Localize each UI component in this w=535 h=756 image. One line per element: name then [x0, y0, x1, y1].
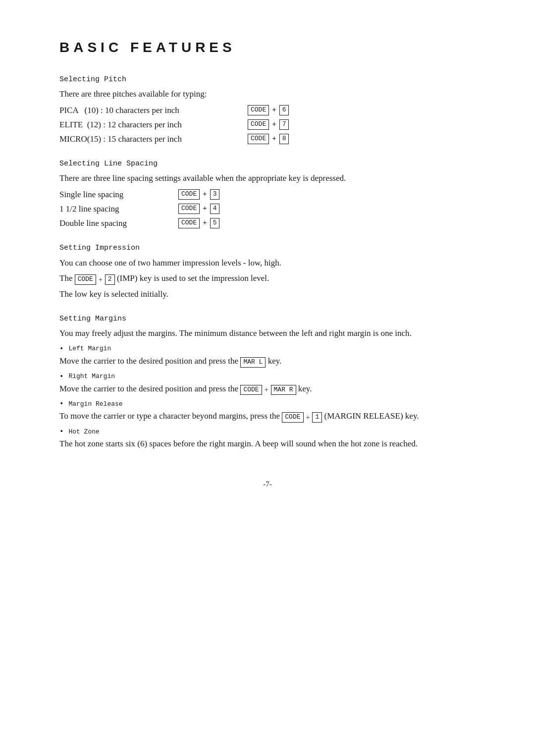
bullet-margin-release: • Margin Release To move the carrier or … [59, 400, 476, 423]
margins-intro: You may freely adjust the margins. The m… [59, 327, 476, 340]
bullet-dot-left: • [59, 345, 63, 353]
spacing-double-label: Double line spacing [59, 216, 178, 230]
code-key-elite: CODE [248, 119, 269, 130]
key7-elite: 7 [279, 119, 289, 130]
code-key-onehalf: CODE [178, 204, 200, 214]
right-margin-text: Move the carrier to the desired position… [59, 382, 476, 395]
pitch-pica-key-combo: CODE + 6 [248, 105, 289, 115]
bullet-left-margin: • Left Margin Move the carrier to the de… [59, 345, 476, 368]
bullet-right-margin-label: • Right Margin [59, 373, 476, 380]
spacing-row-single: Single line spacing CODE + 3 [59, 188, 476, 201]
impression-key-combo: CODE + 2 [75, 274, 115, 285]
key6-pica: 6 [279, 105, 289, 115]
right-margin-key-combo: CODE + MAR R [240, 384, 296, 395]
marl-key: MAR L [240, 357, 266, 368]
bullet-dot-hotzone: • [59, 428, 63, 435]
pitch-elite-key-combo: CODE + 7 [248, 119, 289, 130]
bullet-hot-zone-label: • Hot Zone [59, 428, 476, 435]
key4-onehalf: 4 [210, 204, 220, 214]
key5-double: 5 [210, 218, 220, 228]
code-key-pica: CODE [248, 105, 269, 115]
plus-double: + [203, 217, 207, 228]
pitch-row-pica: PICA (10) : 10 characters per inch CODE … [59, 104, 476, 117]
plus-right-margin: + [265, 384, 268, 395]
bullet-right-margin: • Right Margin Move the carrier to the d… [59, 373, 476, 395]
hot-zone-heading: Hot Zone [68, 428, 99, 435]
pitch-row-micro: MICRO(15) : 15 characters per inch CODE … [59, 132, 476, 146]
spacing-double-key-combo: CODE + 5 [178, 217, 219, 228]
code-key-margin-release: CODE [282, 412, 303, 423]
page-footer: -7- [59, 480, 476, 488]
plus-pica: + [272, 105, 276, 115]
plus-elite: + [272, 119, 276, 130]
impression-line2-pre: The [59, 273, 75, 283]
pitch-micro-key-combo: CODE + 8 [248, 133, 289, 144]
spacing-single-key-combo: CODE + 3 [178, 189, 219, 200]
impression-line2-post: (IMP) key is used to set the impression … [117, 273, 269, 283]
key8-micro: 8 [279, 134, 289, 144]
spacing-row-onehalf: 1 1/2 line spacing CODE + 4 [59, 202, 476, 216]
bullet-dot-right: • [59, 373, 63, 380]
margin-release-text: To move the carrier or type a character … [59, 410, 476, 423]
section-impression: Setting Impression You can choose one of… [59, 244, 476, 301]
code-key-impression: CODE [75, 274, 96, 285]
impression-line1: You can choose one of two hammer impress… [59, 256, 476, 270]
key3-single: 3 [210, 189, 220, 200]
plus-impression: + [99, 274, 103, 285]
page-title: BASIC FEATURES [59, 40, 476, 55]
margin-release-key-combo: CODE + 1 [282, 412, 322, 423]
pitch-table: PICA (10) : 10 characters per inch CODE … [59, 104, 476, 146]
code-key-micro: CODE [248, 134, 269, 144]
section-heading-line-spacing: Selecting Line Spacing [59, 160, 476, 168]
plus-single: + [203, 189, 207, 200]
plus-onehalf: + [203, 203, 207, 214]
spacing-onehalf-label: 1 1/2 line spacing [59, 202, 178, 216]
code-key-double: CODE [178, 218, 200, 228]
code-key-single: CODE [178, 189, 200, 200]
pitch-row-elite: ELITE (12) : 12 characters per inch CODE… [59, 118, 476, 131]
code-key-right-margin: CODE [240, 385, 262, 395]
bullet-margin-release-label: • Margin Release [59, 400, 476, 408]
pitch-elite-label: ELITE (12) : 12 characters per inch [59, 118, 248, 131]
spacing-single-label: Single line spacing [59, 188, 178, 201]
section-margins: Setting Margins You may freely adjust th… [59, 315, 476, 450]
section-heading-impression: Setting Impression [59, 244, 476, 252]
spacing-row-double: Double line spacing CODE + 5 [59, 216, 476, 230]
key2-impression: 2 [105, 274, 115, 285]
left-margin-heading: Left Margin [68, 345, 111, 352]
impression-line2: The CODE + 2 (IMP) key is used to set th… [59, 271, 476, 285]
section-selecting-pitch: Selecting Pitch There are three pitches … [59, 75, 476, 146]
pitch-micro-label: MICRO(15) : 15 characters per inch [59, 132, 248, 146]
section-heading-margins: Setting Margins [59, 315, 476, 323]
line-spacing-intro: There are three line spacing settings av… [59, 172, 476, 185]
pitch-intro: There are three pitches available for ty… [59, 88, 476, 101]
bullet-dot-release: • [59, 400, 63, 408]
bullet-hot-zone: • Hot Zone The hot zone starts six (6) s… [59, 428, 476, 450]
spacing-onehalf-key-combo: CODE + 4 [178, 203, 219, 214]
margin-release-heading: Margin Release [68, 400, 122, 408]
left-margin-text: Move the carrier to the desired position… [59, 355, 476, 368]
hot-zone-text: The hot zone starts six (6) spaces befor… [59, 437, 476, 450]
plus-micro: + [272, 133, 276, 144]
spacing-table: Single line spacing CODE + 3 1 1/2 line … [59, 188, 476, 230]
plus-margin-release: + [306, 412, 310, 423]
section-line-spacing: Selecting Line Spacing There are three l… [59, 160, 476, 230]
right-margin-heading: Right Margin [68, 373, 115, 380]
impression-line3: The low key is selected initially. [59, 287, 476, 301]
pitch-pica-label: PICA (10) : 10 characters per inch [59, 104, 248, 117]
key1-margin-release: 1 [312, 412, 322, 423]
section-heading-pitch: Selecting Pitch [59, 75, 476, 84]
bullet-left-margin-label: • Left Margin [59, 345, 476, 353]
marr-key: MAR R [271, 385, 296, 395]
